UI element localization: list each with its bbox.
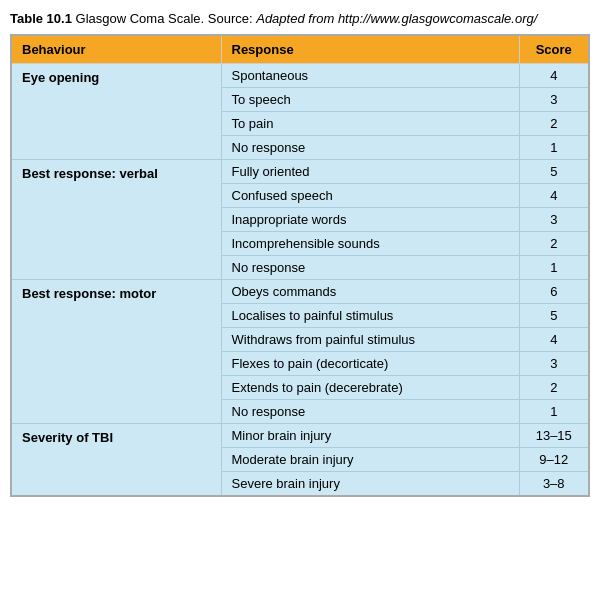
response-cell: Fully oriented <box>221 160 519 184</box>
score-cell: 13–15 <box>519 424 589 448</box>
response-cell: Inappropriate words <box>221 208 519 232</box>
response-cell: Flexes to pain (decorticate) <box>221 352 519 376</box>
response-cell: Severe brain injury <box>221 472 519 497</box>
response-cell: Incomprehensible sounds <box>221 232 519 256</box>
score-cell: 5 <box>519 160 589 184</box>
response-cell: No response <box>221 400 519 424</box>
score-cell: 2 <box>519 232 589 256</box>
header-response: Response <box>221 35 519 64</box>
score-cell: 1 <box>519 136 589 160</box>
table-row: Severity of TBIMinor brain injury13–15 <box>11 424 589 448</box>
response-cell: No response <box>221 256 519 280</box>
response-cell: To speech <box>221 88 519 112</box>
score-cell: 2 <box>519 112 589 136</box>
score-cell: 4 <box>519 64 589 88</box>
caption-source-label: Source: <box>208 11 253 26</box>
score-cell: 9–12 <box>519 448 589 472</box>
response-cell: Withdraws from painful stimulus <box>221 328 519 352</box>
score-cell: 6 <box>519 280 589 304</box>
response-cell: Extends to pain (decerebrate) <box>221 376 519 400</box>
caption-table-id: Table 10.1 <box>10 11 72 26</box>
score-cell: 5 <box>519 304 589 328</box>
glasgow-coma-scale-table: Behaviour Response Score Eye openingSpon… <box>10 34 590 497</box>
score-cell: 1 <box>519 256 589 280</box>
score-cell: 4 <box>519 328 589 352</box>
response-cell: Obeys commands <box>221 280 519 304</box>
behaviour-cell: Best response: motor <box>11 280 221 424</box>
response-cell: To pain <box>221 112 519 136</box>
response-cell: Spontaneous <box>221 64 519 88</box>
header-behaviour: Behaviour <box>11 35 221 64</box>
score-cell: 4 <box>519 184 589 208</box>
table-row: Best response: verbalFully oriented5 <box>11 160 589 184</box>
response-cell: Moderate brain injury <box>221 448 519 472</box>
caption-title: Glasgow Coma Scale. <box>76 11 205 26</box>
score-cell: 2 <box>519 376 589 400</box>
table-row: Eye openingSpontaneous4 <box>11 64 589 88</box>
behaviour-cell: Eye opening <box>11 64 221 160</box>
score-cell: 3 <box>519 208 589 232</box>
behaviour-cell: Severity of TBI <box>11 424 221 497</box>
response-cell: Minor brain injury <box>221 424 519 448</box>
score-cell: 3–8 <box>519 472 589 497</box>
score-cell: 3 <box>519 88 589 112</box>
response-cell: No response <box>221 136 519 160</box>
score-cell: 3 <box>519 352 589 376</box>
score-cell: 1 <box>519 400 589 424</box>
header-score: Score <box>519 35 589 64</box>
response-cell: Confused speech <box>221 184 519 208</box>
table-row: Best response: motorObeys commands6 <box>11 280 589 304</box>
table-caption: Table 10.1 Glasgow Coma Scale. Source: A… <box>10 10 590 28</box>
caption-source-text: Adapted from http://www.glasgowcomascale… <box>256 11 537 26</box>
response-cell: Localises to painful stimulus <box>221 304 519 328</box>
behaviour-cell: Best response: verbal <box>11 160 221 280</box>
